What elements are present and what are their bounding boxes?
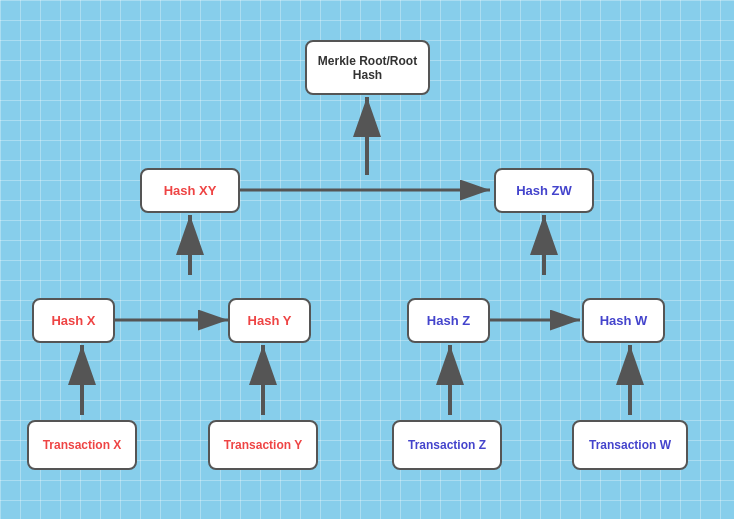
transaction-w-node: Transaction W — [572, 420, 688, 470]
hash-zw-label: Hash ZW — [516, 183, 572, 198]
hash-y-node: Hash Y — [228, 298, 311, 343]
hash-w-label: Hash W — [600, 313, 648, 328]
hash-x-label: Hash X — [51, 313, 95, 328]
merkle-label-line1: Merkle Root/Root — [318, 54, 417, 68]
hash-x-node: Hash X — [32, 298, 115, 343]
transaction-x-node: Transaction X — [27, 420, 137, 470]
merkle-label-line2: Hash — [353, 68, 382, 82]
hash-w-node: Hash W — [582, 298, 665, 343]
hash-z-node: Hash Z — [407, 298, 490, 343]
hash-xy-label: Hash XY — [164, 183, 217, 198]
tx-w-label: Transaction W — [589, 438, 671, 452]
hash-xy-node: Hash XY — [140, 168, 240, 213]
transaction-y-node: Transaction Y — [208, 420, 318, 470]
merkle-root-node: Merkle Root/Root Hash — [305, 40, 430, 95]
tx-x-label: Transaction X — [43, 438, 122, 452]
tx-y-label: Transaction Y — [224, 438, 302, 452]
hash-zw-node: Hash ZW — [494, 168, 594, 213]
transaction-z-node: Transaction Z — [392, 420, 502, 470]
hash-z-label: Hash Z — [427, 313, 470, 328]
tx-z-label: Transaction Z — [408, 438, 486, 452]
hash-y-label: Hash Y — [248, 313, 292, 328]
